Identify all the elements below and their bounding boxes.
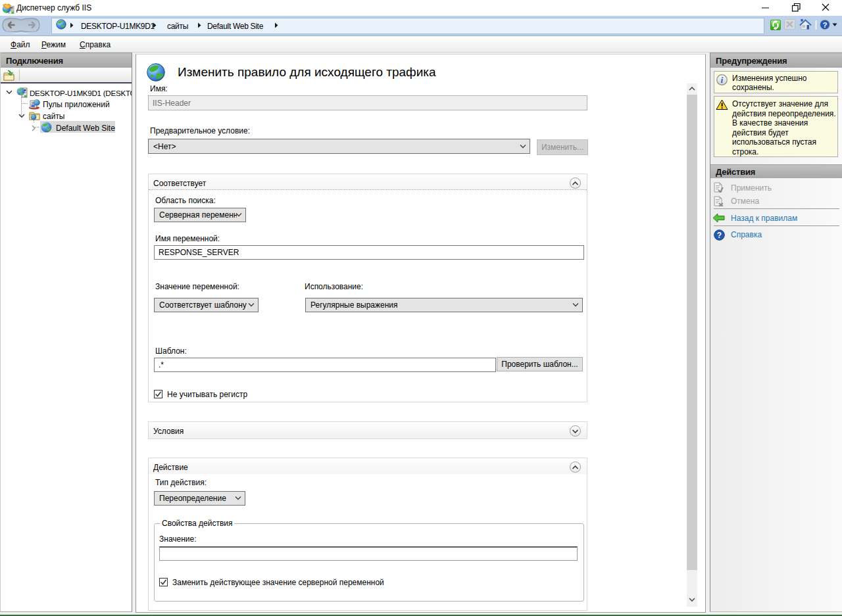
svg-text:?: ? — [822, 21, 827, 29]
svg-text:?: ? — [717, 231, 722, 240]
